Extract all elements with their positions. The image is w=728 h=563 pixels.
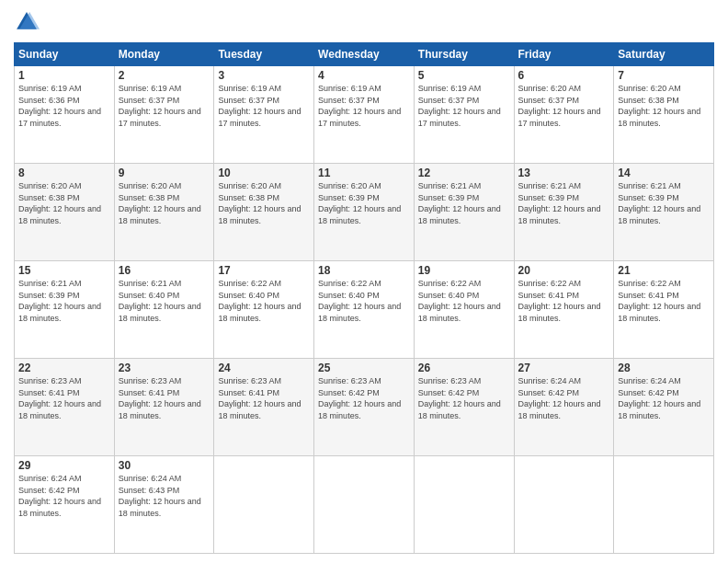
calendar-cell: 6Sunrise: 6:20 AMSunset: 6:37 PMDaylight… — [514, 66, 614, 164]
calendar-cell: 5Sunrise: 6:19 AMSunset: 6:37 PMDaylight… — [414, 66, 514, 164]
calendar-cell: 4Sunrise: 6:19 AMSunset: 6:37 PMDaylight… — [314, 66, 415, 164]
calendar-cell: 15Sunrise: 6:21 AMSunset: 6:39 PMDayligh… — [15, 261, 115, 359]
day-number: 17 — [218, 264, 310, 277]
day-info: Sunrise: 6:20 AMSunset: 6:38 PMDaylight:… — [218, 181, 301, 225]
day-number: 5 — [418, 69, 510, 82]
weekday-friday: Friday — [514, 43, 614, 66]
day-info: Sunrise: 6:23 AMSunset: 6:41 PMDaylight:… — [18, 376, 101, 420]
day-number: 30 — [119, 459, 210, 472]
weekday-wednesday: Wednesday — [314, 43, 415, 66]
day-number: 24 — [218, 362, 310, 374]
day-info: Sunrise: 6:22 AMSunset: 6:40 PMDaylight:… — [318, 279, 401, 323]
day-number: 2 — [119, 69, 210, 82]
day-info: Sunrise: 6:23 AMSunset: 6:42 PMDaylight:… — [418, 376, 501, 420]
calendar-cell: 13Sunrise: 6:21 AMSunset: 6:39 PMDayligh… — [514, 164, 614, 261]
calendar-cell: 9Sunrise: 6:20 AMSunset: 6:38 PMDaylight… — [114, 164, 214, 261]
week-row-2: 8Sunrise: 6:20 AMSunset: 6:38 PMDaylight… — [15, 164, 714, 261]
day-number: 16 — [119, 264, 210, 277]
day-number: 23 — [119, 362, 210, 374]
day-number: 12 — [418, 167, 510, 179]
day-info: Sunrise: 6:20 AMSunset: 6:38 PMDaylight:… — [18, 181, 101, 225]
calendar-cell: 26Sunrise: 6:23 AMSunset: 6:42 PMDayligh… — [414, 359, 514, 456]
weekday-sunday: Sunday — [15, 43, 115, 66]
day-number: 18 — [318, 264, 410, 277]
day-number: 6 — [518, 69, 610, 82]
day-info: Sunrise: 6:22 AMSunset: 6:41 PMDaylight:… — [618, 279, 700, 323]
day-info: Sunrise: 6:19 AMSunset: 6:37 PMDaylight:… — [418, 84, 501, 128]
weekday-saturday: Saturday — [614, 43, 714, 66]
calendar-cell: 29Sunrise: 6:24 AMSunset: 6:42 PMDayligh… — [15, 456, 115, 554]
day-number: 20 — [518, 264, 610, 277]
day-info: Sunrise: 6:21 AMSunset: 6:39 PMDaylight:… — [618, 181, 700, 225]
day-number: 11 — [318, 167, 410, 179]
calendar-cell: 2Sunrise: 6:19 AMSunset: 6:37 PMDaylight… — [114, 66, 214, 164]
day-info: Sunrise: 6:19 AMSunset: 6:37 PMDaylight:… — [318, 84, 401, 128]
week-row-5: 29Sunrise: 6:24 AMSunset: 6:42 PMDayligh… — [15, 456, 714, 554]
week-row-4: 22Sunrise: 6:23 AMSunset: 6:41 PMDayligh… — [15, 359, 714, 456]
calendar-cell: 3Sunrise: 6:19 AMSunset: 6:37 PMDaylight… — [214, 66, 314, 164]
calendar-cell: 18Sunrise: 6:22 AMSunset: 6:40 PMDayligh… — [314, 261, 415, 359]
day-info: Sunrise: 6:22 AMSunset: 6:40 PMDaylight:… — [418, 279, 501, 323]
calendar-cell: 28Sunrise: 6:24 AMSunset: 6:42 PMDayligh… — [614, 359, 714, 456]
day-number: 26 — [418, 362, 510, 374]
day-info: Sunrise: 6:20 AMSunset: 6:39 PMDaylight:… — [318, 181, 401, 225]
calendar-cell: 22Sunrise: 6:23 AMSunset: 6:41 PMDayligh… — [15, 359, 115, 456]
day-number: 8 — [18, 167, 110, 179]
day-info: Sunrise: 6:23 AMSunset: 6:42 PMDaylight:… — [318, 376, 401, 420]
day-info: Sunrise: 6:21 AMSunset: 6:40 PMDaylight:… — [119, 279, 201, 323]
calendar-cell: 1Sunrise: 6:19 AMSunset: 6:36 PMDaylight… — [15, 66, 115, 164]
calendar-cell: 21Sunrise: 6:22 AMSunset: 6:41 PMDayligh… — [614, 261, 714, 359]
calendar-cell — [414, 456, 514, 554]
header — [14, 9, 714, 35]
calendar-cell: 12Sunrise: 6:21 AMSunset: 6:39 PMDayligh… — [414, 164, 514, 261]
day-info: Sunrise: 6:19 AMSunset: 6:36 PMDaylight:… — [18, 84, 101, 128]
calendar: SundayMondayTuesdayWednesdayThursdayFrid… — [14, 42, 714, 554]
calendar-cell: 10Sunrise: 6:20 AMSunset: 6:38 PMDayligh… — [214, 164, 314, 261]
calendar-cell: 8Sunrise: 6:20 AMSunset: 6:38 PMDaylight… — [15, 164, 115, 261]
day-number: 1 — [18, 69, 110, 82]
calendar-cell: 17Sunrise: 6:22 AMSunset: 6:40 PMDayligh… — [214, 261, 314, 359]
day-info: Sunrise: 6:24 AMSunset: 6:43 PMDaylight:… — [119, 474, 201, 518]
calendar-cell — [514, 456, 614, 554]
page: SundayMondayTuesdayWednesdayThursdayFrid… — [0, 0, 728, 563]
calendar-cell — [614, 456, 714, 554]
day-number: 7 — [618, 69, 710, 82]
day-info: Sunrise: 6:22 AMSunset: 6:40 PMDaylight:… — [218, 279, 301, 323]
day-info: Sunrise: 6:23 AMSunset: 6:41 PMDaylight:… — [119, 376, 201, 420]
calendar-cell: 16Sunrise: 6:21 AMSunset: 6:40 PMDayligh… — [114, 261, 214, 359]
day-number: 13 — [518, 167, 610, 179]
calendar-cell: 23Sunrise: 6:23 AMSunset: 6:41 PMDayligh… — [114, 359, 214, 456]
day-info: Sunrise: 6:24 AMSunset: 6:42 PMDaylight:… — [518, 376, 601, 420]
week-row-1: 1Sunrise: 6:19 AMSunset: 6:36 PMDaylight… — [15, 66, 714, 164]
weekday-tuesday: Tuesday — [214, 43, 314, 66]
day-info: Sunrise: 6:24 AMSunset: 6:42 PMDaylight:… — [18, 474, 101, 518]
day-number: 10 — [218, 167, 310, 179]
day-number: 21 — [618, 264, 710, 277]
day-info: Sunrise: 6:24 AMSunset: 6:42 PMDaylight:… — [618, 376, 700, 420]
day-number: 27 — [518, 362, 610, 374]
calendar-cell: 25Sunrise: 6:23 AMSunset: 6:42 PMDayligh… — [314, 359, 415, 456]
day-info: Sunrise: 6:20 AMSunset: 6:38 PMDaylight:… — [119, 181, 201, 225]
calendar-cell: 14Sunrise: 6:21 AMSunset: 6:39 PMDayligh… — [614, 164, 714, 261]
day-info: Sunrise: 6:21 AMSunset: 6:39 PMDaylight:… — [418, 181, 501, 225]
calendar-cell: 30Sunrise: 6:24 AMSunset: 6:43 PMDayligh… — [114, 456, 214, 554]
weekday-header-row: SundayMondayTuesdayWednesdayThursdayFrid… — [15, 43, 714, 66]
day-info: Sunrise: 6:19 AMSunset: 6:37 PMDaylight:… — [218, 84, 301, 128]
day-number: 25 — [318, 362, 410, 374]
calendar-cell: 19Sunrise: 6:22 AMSunset: 6:40 PMDayligh… — [414, 261, 514, 359]
day-info: Sunrise: 6:23 AMSunset: 6:41 PMDaylight:… — [218, 376, 301, 420]
day-number: 28 — [618, 362, 710, 374]
day-info: Sunrise: 6:21 AMSunset: 6:39 PMDaylight:… — [18, 279, 101, 323]
calendar-body: 1Sunrise: 6:19 AMSunset: 6:36 PMDaylight… — [15, 66, 714, 554]
calendar-cell: 20Sunrise: 6:22 AMSunset: 6:41 PMDayligh… — [514, 261, 614, 359]
day-info: Sunrise: 6:20 AMSunset: 6:38 PMDaylight:… — [618, 84, 700, 128]
day-number: 19 — [418, 264, 510, 277]
day-info: Sunrise: 6:21 AMSunset: 6:39 PMDaylight:… — [518, 181, 601, 225]
day-info: Sunrise: 6:19 AMSunset: 6:37 PMDaylight:… — [119, 84, 201, 128]
day-number: 15 — [18, 264, 110, 277]
day-number: 22 — [18, 362, 110, 374]
logo — [14, 9, 43, 35]
calendar-cell: 24Sunrise: 6:23 AMSunset: 6:41 PMDayligh… — [214, 359, 314, 456]
day-number: 4 — [318, 69, 410, 82]
day-number: 9 — [119, 167, 210, 179]
